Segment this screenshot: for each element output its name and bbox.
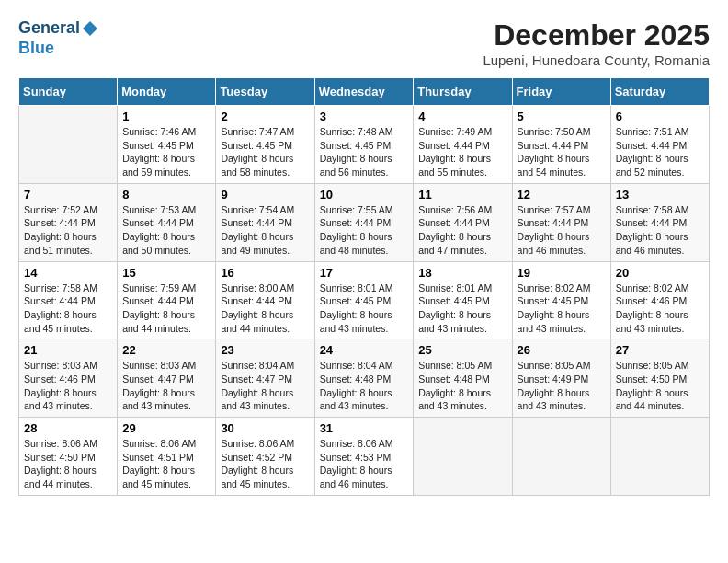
calendar-cell: 3Sunrise: 7:48 AMSunset: 4:45 PMDaylight… xyxy=(314,106,414,184)
day-info: Sunrise: 8:04 AMSunset: 4:47 PMDaylight:… xyxy=(221,359,309,413)
day-number: 21 xyxy=(24,343,112,357)
calendar-cell: 11Sunrise: 7:56 AMSunset: 4:44 PMDayligh… xyxy=(414,183,512,261)
calendar-header-row: SundayMondayTuesdayWednesdayThursdayFrid… xyxy=(19,78,710,106)
day-number: 16 xyxy=(221,266,309,280)
day-number: 24 xyxy=(320,343,409,357)
day-info: Sunrise: 8:03 AMSunset: 4:46 PMDaylight:… xyxy=(24,359,112,413)
calendar-cell: 22Sunrise: 8:03 AMSunset: 4:47 PMDayligh… xyxy=(118,339,216,418)
calendar-cell: 16Sunrise: 8:00 AMSunset: 4:44 PMDayligh… xyxy=(216,261,314,339)
day-number: 6 xyxy=(616,109,704,123)
day-info: Sunrise: 8:04 AMSunset: 4:48 PMDaylight:… xyxy=(320,359,409,413)
day-info: Sunrise: 8:01 AMSunset: 4:45 PMDaylight:… xyxy=(418,282,506,336)
day-info: Sunrise: 8:03 AMSunset: 4:47 PMDaylight:… xyxy=(122,359,210,413)
day-number: 5 xyxy=(518,109,606,123)
day-number: 20 xyxy=(616,266,704,280)
day-info: Sunrise: 8:02 AMSunset: 4:45 PMDaylight:… xyxy=(518,282,606,336)
day-number: 10 xyxy=(320,188,409,201)
column-header-wednesday: Wednesday xyxy=(314,78,414,106)
svg-marker-0 xyxy=(83,21,97,36)
page-header: General Blue December 2025 Lupeni, Huned… xyxy=(18,18,710,68)
logo-blue-text: Blue xyxy=(18,39,98,59)
calendar-cell: 17Sunrise: 8:01 AMSunset: 4:45 PMDayligh… xyxy=(314,261,414,339)
calendar-cell: 5Sunrise: 7:50 AMSunset: 4:44 PMDaylight… xyxy=(512,106,610,184)
location: Lupeni, Hunedoara County, Romania xyxy=(483,52,710,68)
day-number: 30 xyxy=(221,421,309,435)
calendar-cell xyxy=(19,106,118,184)
calendar-week-row: 14Sunrise: 7:58 AMSunset: 4:44 PMDayligh… xyxy=(19,261,710,339)
day-info: Sunrise: 7:59 AMSunset: 4:44 PMDaylight:… xyxy=(122,282,210,336)
day-number: 25 xyxy=(418,343,506,357)
calendar-cell: 21Sunrise: 8:03 AMSunset: 4:46 PMDayligh… xyxy=(19,339,118,418)
day-info: Sunrise: 7:58 AMSunset: 4:44 PMDaylight:… xyxy=(616,203,704,258)
day-info: Sunrise: 8:01 AMSunset: 4:45 PMDaylight:… xyxy=(320,282,409,336)
calendar-cell: 20Sunrise: 8:02 AMSunset: 4:46 PMDayligh… xyxy=(610,261,709,339)
day-number: 15 xyxy=(122,266,210,280)
logo-icon xyxy=(82,20,98,37)
calendar-cell: 13Sunrise: 7:58 AMSunset: 4:44 PMDayligh… xyxy=(610,183,709,261)
day-info: Sunrise: 7:52 AMSunset: 4:44 PMDaylight:… xyxy=(24,203,112,258)
calendar-cell: 25Sunrise: 8:05 AMSunset: 4:48 PMDayligh… xyxy=(414,339,512,418)
day-info: Sunrise: 7:58 AMSunset: 4:44 PMDaylight:… xyxy=(24,282,112,336)
day-info: Sunrise: 8:06 AMSunset: 4:53 PMDaylight:… xyxy=(320,437,409,491)
day-info: Sunrise: 7:48 AMSunset: 4:45 PMDaylight:… xyxy=(320,125,409,179)
calendar-cell: 12Sunrise: 7:57 AMSunset: 4:44 PMDayligh… xyxy=(512,183,610,261)
day-number: 23 xyxy=(221,343,309,357)
calendar-cell xyxy=(610,418,709,496)
calendar-cell: 15Sunrise: 7:59 AMSunset: 4:44 PMDayligh… xyxy=(118,261,216,339)
day-number: 12 xyxy=(518,188,606,201)
calendar-cell: 7Sunrise: 7:52 AMSunset: 4:44 PMDaylight… xyxy=(19,183,118,261)
day-info: Sunrise: 7:55 AMSunset: 4:44 PMDaylight:… xyxy=(320,203,409,258)
calendar-cell: 29Sunrise: 8:06 AMSunset: 4:51 PMDayligh… xyxy=(118,418,216,496)
day-number: 9 xyxy=(221,188,309,201)
calendar-week-row: 28Sunrise: 8:06 AMSunset: 4:50 PMDayligh… xyxy=(19,418,710,496)
day-number: 3 xyxy=(320,109,409,123)
day-number: 7 xyxy=(24,188,112,201)
title-section: December 2025 Lupeni, Hunedoara County, … xyxy=(483,18,710,68)
calendar-cell: 2Sunrise: 7:47 AMSunset: 4:45 PMDaylight… xyxy=(216,106,314,184)
column-header-tuesday: Tuesday xyxy=(216,78,314,106)
column-header-saturday: Saturday xyxy=(610,78,709,106)
calendar-week-row: 1Sunrise: 7:46 AMSunset: 4:45 PMDaylight… xyxy=(19,106,710,184)
calendar-cell: 26Sunrise: 8:05 AMSunset: 4:49 PMDayligh… xyxy=(512,339,610,418)
calendar-cell: 14Sunrise: 7:58 AMSunset: 4:44 PMDayligh… xyxy=(19,261,118,339)
day-info: Sunrise: 8:00 AMSunset: 4:44 PMDaylight:… xyxy=(221,282,309,336)
day-info: Sunrise: 8:05 AMSunset: 4:50 PMDaylight:… xyxy=(616,359,704,413)
calendar-cell: 10Sunrise: 7:55 AMSunset: 4:44 PMDayligh… xyxy=(314,183,414,261)
calendar-cell: 31Sunrise: 8:06 AMSunset: 4:53 PMDayligh… xyxy=(314,418,414,496)
day-number: 2 xyxy=(221,109,309,123)
day-number: 17 xyxy=(320,266,409,280)
column-header-sunday: Sunday xyxy=(19,78,118,106)
calendar-cell: 4Sunrise: 7:49 AMSunset: 4:44 PMDaylight… xyxy=(414,106,512,184)
calendar-cell xyxy=(414,418,512,496)
logo: General Blue xyxy=(18,18,98,58)
day-info: Sunrise: 7:53 AMSunset: 4:44 PMDaylight:… xyxy=(122,203,210,258)
day-number: 13 xyxy=(616,188,704,201)
day-info: Sunrise: 7:46 AMSunset: 4:45 PMDaylight:… xyxy=(122,125,210,179)
calendar-cell: 9Sunrise: 7:54 AMSunset: 4:44 PMDaylight… xyxy=(216,183,314,261)
column-header-friday: Friday xyxy=(512,78,610,106)
day-info: Sunrise: 7:56 AMSunset: 4:44 PMDaylight:… xyxy=(418,203,506,258)
day-info: Sunrise: 8:06 AMSunset: 4:52 PMDaylight:… xyxy=(221,437,309,491)
day-number: 19 xyxy=(518,266,606,280)
calendar-cell: 6Sunrise: 7:51 AMSunset: 4:44 PMDaylight… xyxy=(610,106,709,184)
day-info: Sunrise: 7:47 AMSunset: 4:45 PMDaylight:… xyxy=(221,125,309,179)
day-number: 1 xyxy=(122,109,210,123)
day-info: Sunrise: 8:06 AMSunset: 4:51 PMDaylight:… xyxy=(122,437,210,491)
day-info: Sunrise: 7:54 AMSunset: 4:44 PMDaylight:… xyxy=(221,203,309,258)
day-info: Sunrise: 8:06 AMSunset: 4:50 PMDaylight:… xyxy=(24,437,112,491)
day-number: 8 xyxy=(122,188,210,201)
calendar-cell: 19Sunrise: 8:02 AMSunset: 4:45 PMDayligh… xyxy=(512,261,610,339)
day-number: 27 xyxy=(616,343,704,357)
day-number: 29 xyxy=(122,421,210,435)
calendar-cell: 8Sunrise: 7:53 AMSunset: 4:44 PMDaylight… xyxy=(118,183,216,261)
logo-general-text: General xyxy=(18,18,80,39)
calendar-cell: 27Sunrise: 8:05 AMSunset: 4:50 PMDayligh… xyxy=(610,339,709,418)
calendar-cell: 30Sunrise: 8:06 AMSunset: 4:52 PMDayligh… xyxy=(216,418,314,496)
column-header-thursday: Thursday xyxy=(414,78,512,106)
calendar-cell: 1Sunrise: 7:46 AMSunset: 4:45 PMDaylight… xyxy=(118,106,216,184)
day-info: Sunrise: 7:57 AMSunset: 4:44 PMDaylight:… xyxy=(518,203,606,258)
calendar-cell: 18Sunrise: 8:01 AMSunset: 4:45 PMDayligh… xyxy=(414,261,512,339)
day-info: Sunrise: 8:05 AMSunset: 4:48 PMDaylight:… xyxy=(418,359,506,413)
day-info: Sunrise: 7:51 AMSunset: 4:44 PMDaylight:… xyxy=(616,125,704,179)
day-number: 4 xyxy=(418,109,506,123)
